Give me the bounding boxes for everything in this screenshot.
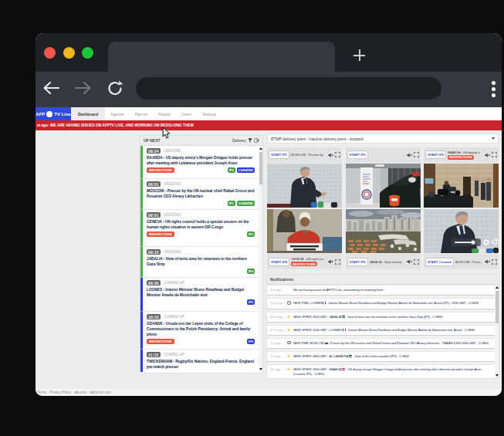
- notification-row[interactable]: 26 m ago -★NEW OFFER: 0920 GMT - JABALIA…: [267, 312, 499, 323]
- event-badges-row: RESTRICTIONSIP5: [147, 339, 255, 344]
- forward-button[interactable]: [74, 79, 93, 96]
- window-maximize-button[interactable]: [82, 47, 93, 59]
- delivery-badges: IP5CURATED: [228, 167, 255, 173]
- notification-text: NEW OFFER: 0920 GMT - JABALIA- View of t…: [293, 315, 442, 319]
- filter-funnel-icon[interactable]: [248, 138, 252, 143]
- fullscreen-icon[interactable]: [492, 259, 497, 265]
- notification-row[interactable]: 1 h ago -NEW TIME: MOSCOW- Presser by th…: [267, 338, 499, 350]
- window-close-button[interactable]: [44, 47, 56, 59]
- start-delivery-button[interactable]: START IP5: [347, 258, 368, 266]
- event-time-badge: 08:51: [147, 212, 161, 218]
- fullscreen-icon[interactable]: [414, 259, 419, 265]
- nav-item-users[interactable]: Users: [176, 107, 197, 120]
- reload-button[interactable]: [107, 80, 123, 96]
- flag-icon-fr: [323, 302, 326, 304]
- video-thumbnail[interactable]: [424, 209, 499, 253]
- footer-link-afpforum[interactable]: afpforum.com: [90, 390, 111, 394]
- fullscreen-icon[interactable]: [414, 152, 419, 157]
- notification-row[interactable]: 16 m ago -NEW TIME: LOGNES- Interior Min…: [267, 298, 499, 309]
- video-moscow-presser-close[interactable]: [424, 209, 499, 253]
- export-icon[interactable]: [254, 138, 259, 143]
- mute-icon[interactable]: [328, 259, 333, 264]
- browser-tab[interactable]: [108, 42, 335, 72]
- notification-text-lead: We are having issues on AFPTV Live, and …: [293, 288, 384, 292]
- video-thumbnail[interactable]: [267, 164, 342, 208]
- notification-text: NEW OFFER: 0800 GMT - AL-DAWAYRA- View o…: [293, 354, 409, 359]
- delivery-badges: IP1CURATED: [228, 201, 255, 206]
- notification-text-rest: - Interior Minister Bruno Retailleau and…: [326, 301, 478, 305]
- upnext-scrollbar[interactable]: [259, 146, 262, 372]
- start-delivery-button[interactable]: START IP3: [425, 150, 446, 159]
- start-delivery-button[interactable]: START Curated: [425, 258, 454, 266]
- upnext-filter[interactable]: Delivery: [232, 138, 259, 143]
- upnext-card[interactable]: 08:24- ONGOINGBAABDA - US deputy envoy's…: [140, 146, 262, 179]
- tile-icons: [328, 152, 340, 157]
- notification-row[interactable]: 8 m ago -We are having issues on AFPTV L…: [267, 285, 499, 296]
- upnext-card[interactable]: 10:10- COMING UPGDANSK - Ursula von der …: [140, 312, 262, 350]
- notification-text-rest: - Interior Minister Bruno Retailleau and…: [347, 328, 475, 332]
- scroll-up-arrow[interactable]: [259, 147, 262, 150]
- footer-link-terms[interactable]: Terms: [37, 390, 46, 394]
- video-thumbnail[interactable]: [424, 164, 499, 208]
- video-thumbnail[interactable]: [346, 209, 421, 253]
- event-title: GENEVA - UN rights council holds a speci…: [147, 219, 255, 230]
- mute-icon[interactable]: [407, 153, 412, 157]
- notification-text: NEW OFFER: 0830 GMT - BAABDA- US deputy …: [293, 367, 492, 377]
- scroll-thumb[interactable]: [496, 291, 499, 323]
- video-car-showroom[interactable]: [346, 164, 421, 208]
- rtmp-delivery-select[interactable]: RTMP delivery point - Inactive delivery …: [267, 134, 499, 144]
- footer-link-afp[interactable]: afp.com: [74, 390, 86, 394]
- mute-icon[interactable]: [328, 153, 333, 157]
- video-thumbnail[interactable]: [267, 209, 342, 253]
- video-jabalia-aerial[interactable]: [346, 209, 421, 253]
- scroll-up-arrow[interactable]: [496, 286, 499, 289]
- video-thumbnail[interactable]: [346, 164, 421, 208]
- video-moscow-presser-wide[interactable]: [267, 164, 342, 208]
- flag-icon-ps: [342, 316, 345, 318]
- fullscreen-icon[interactable]: [335, 152, 340, 157]
- notifications-scrollbar[interactable]: [495, 285, 499, 378]
- nav-item-agenda[interactable]: Agenda: [105, 107, 129, 120]
- nav-item-planner[interactable]: Planner: [129, 107, 153, 120]
- event-title: BAABDA - US deputy envoy's Morgan Ortagu…: [147, 155, 255, 166]
- fullscreen-icon[interactable]: [335, 259, 340, 265]
- mute-icon[interactable]: [485, 153, 490, 157]
- fullscreen-icon[interactable]: [492, 152, 497, 157]
- scroll-down-arrow[interactable]: [496, 374, 499, 377]
- notification-row[interactable]: 27 m ago -★NEW OFFER: 1030 GMT - LOGNES-…: [267, 325, 499, 336]
- nav-item-replay[interactable]: Replay: [154, 107, 177, 120]
- start-delivery-button[interactable]: START IP1: [269, 150, 289, 159]
- video-geneva-un[interactable]: [267, 209, 342, 253]
- notification-row[interactable]: 1 h ago -★NEW OFFER: 0800 GMT - AL-DAWAY…: [267, 351, 499, 362]
- mute-icon[interactable]: [485, 259, 490, 264]
- footer-link-privacy[interactable]: Privacy Policy: [49, 390, 71, 394]
- scroll-down-arrow[interactable]: [259, 368, 262, 370]
- nav-item-settings[interactable]: Settings: [197, 107, 222, 120]
- address-bar[interactable]: [136, 77, 441, 100]
- upnext-card[interactable]: 08:51- ONGOINGMOSCOW - Presser by the UN…: [140, 179, 262, 210]
- upnext-card[interactable]: 08:51- ONGOINGGENEVA - UN rights council…: [140, 210, 262, 247]
- window-minimize-button[interactable]: [63, 47, 75, 59]
- notification-text-lead: NEW OFFER: 0800 GMT - AL-DAWAYRA: [293, 354, 348, 358]
- back-button[interactable]: [42, 79, 60, 96]
- new-tab-button[interactable]: [353, 49, 365, 61]
- browser-toolbar: [36, 72, 502, 107]
- browser-menu-button[interactable]: [492, 81, 496, 98]
- event-status-label: - ONGOING: [162, 213, 181, 217]
- browser-tab-strip: [36, 33, 502, 72]
- upnext-card[interactable]: 09:30- COMING UPLOGNES - Interior Minist…: [140, 278, 262, 312]
- upnext-card[interactable]: 11:15- COMING UPTWICKENHAM - Rugby/Six N…: [140, 350, 262, 372]
- notification-row[interactable]: 2 h ago -★NEW OFFER: 0830 GMT - BAABDA- …: [267, 364, 499, 378]
- start-delivery-button[interactable]: START IP4: [269, 258, 289, 266]
- app-navbar: AFPTV Live Dashboard Agenda Planner Repl…: [36, 107, 502, 120]
- notification-time: 8 m ago -: [270, 288, 285, 292]
- afp-tv-live-logo[interactable]: AFPTV Live: [36, 107, 71, 120]
- mute-icon[interactable]: [407, 259, 412, 264]
- scroll-thumb[interactable]: [259, 152, 262, 184]
- video-baabda-lobby[interactable]: [424, 164, 499, 208]
- start-delivery-button[interactable]: START IP2: [347, 150, 368, 159]
- upnext-card[interactable]: 09:15- ONGOINGJABALIA - View of tents ar…: [140, 247, 262, 278]
- nav-item-dashboard[interactable]: Dashboard: [71, 107, 105, 120]
- delivery-point-badge: CURATED: [237, 201, 255, 206]
- event-badges-row: IP5: [147, 299, 255, 305]
